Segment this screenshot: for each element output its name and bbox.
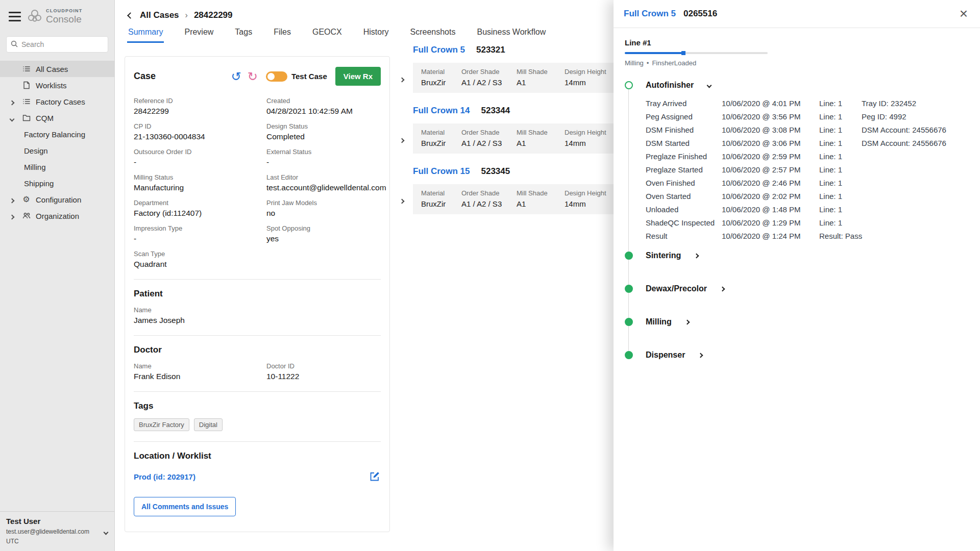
- sidebar-item-all-cases[interactable]: All Cases: [0, 61, 114, 77]
- timeline-event-row: Result10/06/2020 @ 1:24 PMResult: Pass: [646, 229, 968, 242]
- worklists-doc-icon: [22, 81, 31, 90]
- chevron-right-icon[interactable]: [684, 319, 690, 324]
- sidebar-item-organization[interactable]: Organization: [0, 208, 114, 224]
- sidebar-item-label: Organization: [36, 212, 79, 220]
- tab-screenshots[interactable]: Screenshots: [409, 24, 457, 43]
- expand-chevron-icon[interactable]: [400, 196, 404, 205]
- timeline-event-row: DSM Finished10/06/2020 @ 3:08 PMLine: 1D…: [646, 123, 968, 136]
- toggle-track[interactable]: [266, 71, 287, 82]
- tab-history[interactable]: History: [362, 24, 390, 43]
- sidebar-search: [6, 36, 108, 53]
- cases-list-icon: [22, 65, 31, 73]
- product-link[interactable]: Full Crown 5: [413, 45, 465, 55]
- stage-header[interactable]: Autofinisher: [625, 80, 968, 90]
- view-rx-button[interactable]: View Rx: [335, 67, 381, 86]
- line-status: Milling • FinsherLoaded: [625, 59, 968, 67]
- test-case-label: Test Case: [291, 72, 327, 81]
- stage-status-circle: [625, 318, 633, 326]
- chevron-right-icon[interactable]: [698, 353, 703, 358]
- chevron-right-icon[interactable]: [10, 97, 14, 106]
- status-state: FinsherLoaded: [652, 59, 696, 67]
- location-section-title: Location / Worklist: [134, 451, 381, 461]
- close-icon[interactable]: ×: [960, 8, 968, 19]
- sidebar-item-design[interactable]: Design: [0, 142, 114, 159]
- stage-events: Tray Arrived10/06/2020 @ 4:01 PMLine: 1T…: [646, 96, 968, 242]
- tags-section-title: Tags: [134, 401, 381, 411]
- sidebar-item-label: All Cases: [36, 65, 68, 73]
- stage-dispenser: Dispenser: [625, 350, 968, 360]
- case-history-icon[interactable]: ↺: [231, 70, 241, 83]
- tag-chip[interactable]: BruxZir Factory: [134, 418, 189, 431]
- edit-icon[interactable]: [369, 470, 381, 483]
- product-link[interactable]: Full Crown 14: [413, 106, 470, 116]
- stage-header[interactable]: Dispenser: [625, 350, 968, 360]
- sidebar-item-factory-balancing[interactable]: Factory Balancing: [0, 126, 114, 142]
- sidebar-item-cqm[interactable]: CQM: [0, 110, 114, 126]
- timeline-event-row: Preglaze Finished10/06/2020 @ 2:59 PMLin…: [646, 149, 968, 163]
- sidebar-item-milling[interactable]: Milling: [0, 159, 114, 175]
- chevron-right-icon[interactable]: [720, 286, 725, 291]
- stage-header[interactable]: Sintering: [625, 251, 968, 261]
- sidebar-item-worklists[interactable]: Worklists: [0, 77, 114, 93]
- breadcrumb-case-id: 28422299: [194, 10, 233, 20]
- chevron-down-icon[interactable]: [707, 83, 712, 88]
- status-separator: •: [647, 59, 649, 67]
- tag-chip[interactable]: Digital: [194, 418, 223, 431]
- product-id: 523345: [481, 166, 510, 177]
- case-summary-card: Case ↺ ↻ Test Case View Rx Reference ID …: [125, 56, 390, 532]
- panel-serial-number: 0265516: [683, 9, 717, 19]
- field-print-jaw-models: Print Jaw Models no: [266, 199, 386, 218]
- sidebar-item-shipping[interactable]: Shipping: [0, 175, 114, 191]
- tab-business-workflow[interactable]: Business Workflow: [476, 24, 547, 43]
- chevron-down-icon[interactable]: [10, 114, 14, 122]
- timeline-event-row: Peg Assigned10/06/2020 @ 3:56 PMLine: 1P…: [646, 110, 968, 123]
- case-card-title: Case: [134, 71, 156, 82]
- field-impression-type: Impression Type -: [134, 224, 266, 243]
- tab-tags[interactable]: Tags: [234, 24, 253, 43]
- field-doctor-name: Name Frank Edison: [134, 362, 266, 381]
- tab-preview[interactable]: Preview: [183, 24, 214, 43]
- test-case-toggle[interactable]: Test Case: [266, 71, 327, 82]
- field-department: Department Factory (id:112407): [134, 199, 266, 218]
- chevron-right-icon[interactable]: [10, 212, 14, 220]
- line-progress-fill: [625, 52, 683, 54]
- search-input[interactable]: [21, 40, 104, 48]
- user-menu[interactable]: Test User test.user@glidewelldental.com …: [0, 511, 114, 551]
- expand-chevron-icon[interactable]: [400, 135, 404, 144]
- timeline-event-row: Preglaze Started10/06/2020 @ 2:57 PMLine…: [646, 163, 968, 176]
- line-progress-knob: [681, 51, 685, 55]
- design-history-icon[interactable]: ↻: [248, 70, 258, 83]
- tab-files[interactable]: Files: [273, 24, 292, 43]
- tab-summary[interactable]: Summary: [127, 24, 164, 43]
- stage-status-circle: [625, 252, 633, 260]
- divider: [134, 335, 381, 336]
- patient-section-title: Patient: [134, 289, 381, 299]
- timeline-connector: [628, 85, 629, 355]
- sidebar-item-configuration[interactable]: ⚙ Configuration: [0, 191, 114, 208]
- worklist-link[interactable]: Prod (id: 202917): [134, 472, 195, 481]
- sidebar-item-factory-cases[interactable]: Factory Cases: [0, 93, 114, 110]
- expand-chevron-icon[interactable]: [400, 74, 404, 83]
- back-button[interactable]: [127, 12, 134, 19]
- timeline-event-row: DSM Started10/06/2020 @ 3:06 PMLine: 1DS…: [646, 136, 968, 149]
- chevron-right-icon[interactable]: [10, 195, 14, 204]
- stage-sintering: Sintering: [625, 251, 968, 261]
- tab-geocx[interactable]: GEOCX: [311, 24, 343, 43]
- factory-cases-list-icon: [22, 97, 31, 106]
- timeline-event-row: Unloaded10/06/2020 @ 1:48 PMLine: 1: [646, 203, 968, 216]
- sidebar-item-label: Worklists: [36, 81, 67, 90]
- chevron-right-icon[interactable]: [694, 253, 699, 258]
- all-comments-issues-button[interactable]: All Comments and Issues: [134, 497, 236, 516]
- divider: [134, 441, 381, 442]
- chevron-down-icon[interactable]: [104, 527, 108, 536]
- breadcrumb-all-cases[interactable]: All Cases: [140, 10, 179, 20]
- organization-people-icon: [22, 212, 31, 220]
- field-last-editor: Last Editor test.account@glidewelldental…: [266, 173, 386, 192]
- panel-product-link[interactable]: Full Crown 5: [624, 9, 676, 19]
- product-link[interactable]: Full Crown 15: [413, 166, 470, 177]
- stage-header[interactable]: Milling: [625, 317, 968, 327]
- menu-icon[interactable]: [9, 12, 21, 21]
- timeline-event-row: Oven Finished10/06/2020 @ 2:46 PMLine: 1: [646, 176, 968, 189]
- field-scan-type: Scan Type Quadrant: [134, 250, 266, 269]
- stage-header[interactable]: Dewax/Precolor: [625, 284, 968, 294]
